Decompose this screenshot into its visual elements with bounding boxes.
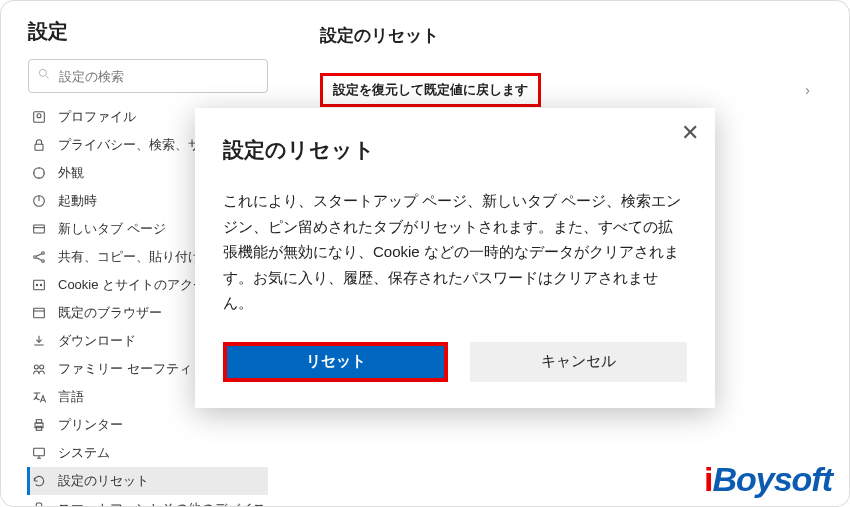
sidebar-item-label: 外観 <box>58 164 84 182</box>
newtab-icon <box>30 220 48 238</box>
svg-point-5 <box>34 168 45 179</box>
svg-point-11 <box>42 252 45 255</box>
browser-icon <box>30 304 48 322</box>
share-icon <box>30 248 48 266</box>
svg-point-10 <box>34 256 37 259</box>
svg-point-0 <box>39 69 46 76</box>
sidebar-item-printers[interactable]: プリンター <box>28 411 268 439</box>
svg-rect-21 <box>36 420 41 423</box>
svg-rect-23 <box>34 448 45 455</box>
watermark-logo: iBoysoft <box>704 460 832 499</box>
svg-rect-4 <box>35 144 43 150</box>
sidebar-item-label: 言語 <box>58 388 84 406</box>
settings-title: 設定 <box>28 18 268 45</box>
svg-point-19 <box>40 365 44 369</box>
profile-icon <box>30 108 48 126</box>
svg-point-15 <box>40 284 41 285</box>
family-icon <box>30 360 48 378</box>
sidebar-item-reset[interactable]: 設定のリセット <box>27 467 268 495</box>
cancel-button[interactable]: キャンセル <box>470 342 687 382</box>
svg-point-12 <box>42 260 45 263</box>
phone-icon <box>30 500 48 507</box>
search-input-wrap[interactable] <box>28 59 268 93</box>
reset-confirm-dialog: ✕ 設定のリセット これにより、スタートアップ ページ、新しいタブ ページ、検索… <box>195 108 715 408</box>
svg-line-1 <box>46 76 49 79</box>
svg-point-18 <box>34 365 38 369</box>
lock-icon <box>30 136 48 154</box>
chevron-right-icon: › <box>805 82 810 98</box>
page-heading: 設定のリセット <box>320 24 840 47</box>
system-icon <box>30 444 48 462</box>
sidebar-item-label: プリンター <box>58 416 123 434</box>
printer-icon <box>30 416 48 434</box>
svg-rect-16 <box>34 308 45 317</box>
power-icon <box>30 192 48 210</box>
download-icon <box>30 332 48 350</box>
cookie-icon <box>30 276 48 294</box>
sidebar-item-label: 新しいタブ ページ <box>58 220 166 238</box>
reset-icon <box>30 472 48 490</box>
sidebar-item-label: ファミリー セーフティ <box>58 360 192 378</box>
svg-point-14 <box>36 284 37 285</box>
sidebar-item-label: プロファイル <box>58 108 136 126</box>
sidebar-item-label: 起動時 <box>58 192 97 210</box>
close-icon[interactable]: ✕ <box>681 122 699 144</box>
sidebar-item-label: システム <box>58 444 110 462</box>
sidebar-item-label: 共有、コピー、貼り付け <box>58 248 201 266</box>
sidebar-item-label: ダウンロード <box>58 332 136 350</box>
reset-settings-row[interactable]: 設定を復元して既定値に戻します › <box>320 69 820 111</box>
sidebar-item-label: 設定のリセット <box>58 472 149 490</box>
svg-rect-8 <box>34 225 45 233</box>
svg-rect-13 <box>34 280 45 289</box>
dialog-body: これにより、スタートアップ ページ、新しいタブ ページ、検索エンジン、ピン留めさ… <box>223 188 687 316</box>
reset-button[interactable]: リセット <box>227 346 444 378</box>
reset-button-highlight: リセット <box>223 342 448 382</box>
search-icon <box>37 67 51 85</box>
svg-rect-24 <box>36 503 41 507</box>
sidebar-item-system[interactable]: システム <box>28 439 268 467</box>
sidebar-item-label: 既定のブラウザー <box>58 304 162 322</box>
language-icon <box>30 388 48 406</box>
reset-settings-label: 設定を復元して既定値に戻します <box>320 73 541 107</box>
search-input[interactable] <box>59 69 259 84</box>
sidebar-item-phone[interactable]: スマートフォンとその他のデバイス <box>28 495 268 507</box>
dialog-title: 設定のリセット <box>223 136 687 164</box>
appearance-icon <box>30 164 48 182</box>
sidebar-item-label: スマートフォンとその他のデバイス <box>58 500 266 507</box>
svg-point-3 <box>37 114 41 118</box>
svg-rect-22 <box>36 426 41 430</box>
